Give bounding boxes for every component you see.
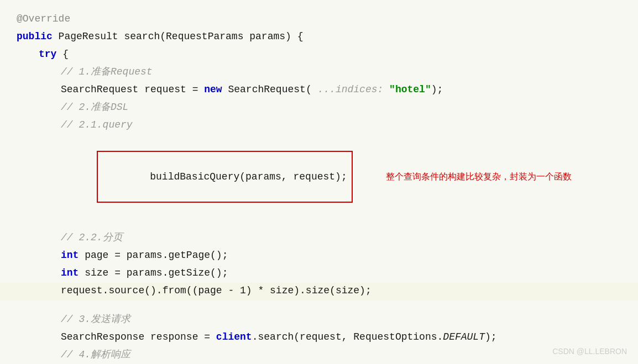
client-keyword: client [216,329,252,345]
size-decl: size = params.getSize(); [79,265,228,281]
empty-line-2 [17,300,621,312]
default-keyword: DEFAULT [443,329,485,345]
keyword-try: try [39,46,56,62]
page-decl: page = params.getPage(); [79,247,228,263]
empty-line-1 [17,219,621,230]
boxed-build-query: buildBasicQuery(params, request); [97,151,353,203]
line-comment3: // 2.1.query [17,117,621,135]
line-override: @Override [17,11,621,29]
try-brace: { [56,46,69,62]
indices-hint: ...indices: [317,82,389,98]
annotation-override: @Override [17,11,70,27]
build-query-text: buildBasicQuery(params, request); [150,171,347,182]
keyword-int-page: int [61,247,79,263]
line-search-request: SearchRequest request = new SearchReques… [17,82,621,99]
line-comment5: // 3.发送请求 [17,312,621,329]
watermark: CSDN @LL.LEBRON [552,345,627,357]
response-decl: SearchResponse response = [61,329,216,345]
return-type: PageResult search(RequestParams params) … [53,29,304,45]
line-comment6: // 4.解析响应 [17,347,621,364]
line-request-source: request.source().from((page - 1) * size)… [0,283,638,300]
comment-3: // 2.1.query [61,117,133,133]
line-int-page: int page = params.getPage(); [17,247,621,265]
code-container: @Override public PageResult search(Reque… [0,0,638,364]
line-comment4: // 2.2.分页 [17,230,621,247]
keyword-int-size: int [61,265,79,281]
search-call: .search(request, RequestOptions. [252,329,443,345]
line-comment2: // 2.准备DSL [17,99,621,117]
line-method-sig: public PageResult search(RequestParams p… [17,29,621,46]
request-source-text: request.source().from((page - 1) * size)… [61,283,372,299]
search-request-ctor: SearchRequest( [222,82,318,98]
line-try: try { [17,46,621,64]
search-request-decl: SearchRequest request = [61,82,204,98]
comment-4: // 2.2.分页 [61,230,123,246]
line-search-response: SearchResponse response = client .search… [17,329,621,347]
comment-5: // 3.发送请求 [61,312,130,328]
annotation-text: 整个查询条件的构建比较复杂，封装为一个函数 [386,170,572,184]
comment-2: // 2.准备DSL [61,99,128,115]
line-comment1: // 1.准备Request [17,64,621,82]
line-build-query: buildBasicQuery(params, request); 整个查询条件… [17,135,621,219]
line-int-size: int size = params.getSize(); [17,265,621,283]
comment-6: // 4.解析响应 [61,347,130,363]
hotel-string: "hotel" [389,82,431,98]
semicolon1: ); [431,82,443,98]
keyword-public: public [17,29,53,45]
comment-1: // 1.准备Request [61,64,153,80]
semicolon2: ); [485,329,497,345]
keyword-new: new [204,82,222,98]
